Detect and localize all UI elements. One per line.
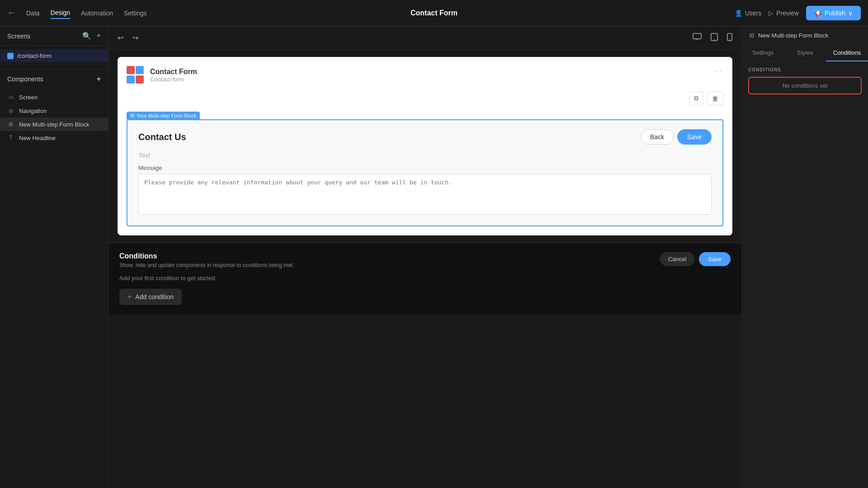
- delete-button[interactable]: 🗑: [707, 91, 723, 105]
- screen-dot: [7, 53, 14, 59]
- conditions-panel-desc: Show, hide and update components in resp…: [119, 262, 294, 268]
- conditions-panel-title: Conditions: [119, 252, 294, 260]
- conditions-prompt: Add your first condition to get started.: [119, 275, 731, 282]
- svg-point-4: [714, 39, 715, 40]
- tab-settings[interactable]: Settings: [124, 8, 147, 19]
- desktop-view-button[interactable]: [691, 31, 703, 45]
- sidebar-item-headline[interactable]: T New Headline: [0, 131, 108, 145]
- component-label: New Multi-step Form Block: [19, 121, 89, 128]
- tab-design[interactable]: Design: [51, 7, 71, 19]
- form-card-title: Contact Form: [150, 68, 197, 76]
- logo-bottom-left: [127, 75, 135, 84]
- logo-top-left: [127, 66, 135, 74]
- component-label: Navigation: [19, 108, 47, 114]
- form-card-menu[interactable]: ⋯: [714, 66, 723, 76]
- screens-header: Screens 🔍 +: [0, 26, 108, 46]
- redo-button[interactable]: ↪: [131, 32, 140, 44]
- preview-button[interactable]: ▷ Preview: [769, 9, 799, 17]
- users-label: Users: [745, 9, 762, 17]
- publish-button[interactable]: 📢 Publish ∨: [806, 6, 861, 20]
- sidebar-item-navigation[interactable]: ◎ Navigation: [0, 104, 108, 117]
- preview-icon: ▷: [769, 9, 774, 17]
- nav-left: ← Data Design Automation Settings: [7, 7, 147, 19]
- conditions-panel-header: Conditions Show, hide and update compone…: [119, 252, 731, 268]
- logo-top-right: [136, 66, 144, 74]
- publish-label: Publish: [825, 9, 845, 17]
- users-button[interactable]: 👤 Users: [735, 9, 762, 17]
- right-sidebar-icon: ⊞: [749, 32, 755, 39]
- rs-conditions-badge: No conditions set: [748, 77, 862, 94]
- screen-item-label: /contact-form: [17, 52, 52, 59]
- screen-item[interactable]: /contact-form: [0, 50, 108, 62]
- components-list: ▭ Screen ◎ Navigation ⊞ New Multi-step F…: [0, 89, 108, 146]
- right-sidebar: ⊞ New Multi-step Form Block Settings Sty…: [741, 26, 868, 488]
- toolbar-right: [691, 31, 734, 45]
- cancel-button[interactable]: Cancel: [660, 252, 694, 266]
- form-card: Contact Form Contact-form ⋯ ⧉ 🗑 ⊞ New Mu…: [118, 57, 732, 235]
- add-component-icon[interactable]: +: [97, 75, 101, 83]
- right-sidebar-header: ⊞ New Multi-step Form Block: [742, 26, 868, 45]
- form-preview-wrapper: Contact Form Contact-form ⋯ ⧉ 🗑 ⊞ New Mu…: [108, 50, 741, 243]
- screens-icons: 🔍 +: [82, 32, 101, 40]
- save-button[interactable]: Save: [677, 129, 712, 145]
- inner-form-title: Contact Us: [138, 132, 186, 142]
- screen-icon: ▭: [7, 94, 14, 101]
- back-button[interactable]: ←: [7, 8, 15, 18]
- svg-rect-0: [693, 33, 701, 39]
- conditions-panel-info: Conditions Show, hide and update compone…: [119, 252, 294, 268]
- logo-bottom-right: [136, 75, 144, 84]
- form-block-icon: ⊞: [7, 121, 14, 128]
- component-tag-icon: ⊞: [130, 113, 134, 118]
- component-tag: ⊞ New Multi-step Form Block: [127, 112, 200, 119]
- save-conditions-button[interactable]: Save: [699, 252, 731, 266]
- canvas-toolbar: ↩ ↪: [108, 26, 741, 50]
- right-sidebar-tabs: Settings Styles Conditions: [742, 45, 868, 62]
- preview-label: Preview: [776, 9, 799, 17]
- back-button[interactable]: Back: [641, 129, 674, 145]
- sidebar-item-multistep-form[interactable]: ⊞ New Multi-step Form Block: [0, 117, 108, 131]
- inner-form-header: Contact Us Back Save: [138, 129, 712, 145]
- add-condition-label: Add condition: [135, 293, 174, 300]
- tablet-view-button[interactable]: [709, 31, 720, 45]
- inner-form-buttons: Back Save: [641, 129, 712, 145]
- inner-form: Contact Us Back Save Text Message: [127, 119, 723, 226]
- headline-icon: T: [7, 134, 14, 141]
- tab-settings[interactable]: Settings: [742, 45, 784, 61]
- components-title: Components: [7, 75, 43, 83]
- mobile-view-button[interactable]: [725, 31, 734, 45]
- users-icon: 👤: [735, 9, 742, 17]
- top-nav: ← Data Design Automation Settings Contac…: [0, 0, 868, 26]
- publish-icon: 📢: [814, 9, 822, 17]
- screens-title: Screens: [7, 33, 30, 40]
- conditions-panel: Conditions Show, hide and update compone…: [108, 243, 741, 314]
- conditions-panel-actions: Cancel Save: [660, 252, 731, 266]
- right-sidebar-label: New Multi-step Form Block: [758, 32, 828, 39]
- sidebar-item-screen[interactable]: ▭ Screen: [0, 90, 108, 104]
- form-logo: [127, 66, 145, 84]
- text-placeholder: Text: [138, 152, 712, 159]
- rs-conditions-section: CONDITIONS No conditions set: [742, 62, 868, 100]
- add-screen-icon[interactable]: +: [97, 32, 101, 40]
- message-textarea[interactable]: [138, 174, 712, 215]
- canvas-area: ↩ ↪: [108, 26, 741, 488]
- search-icon[interactable]: 🔍: [82, 32, 91, 40]
- undo-button[interactable]: ↩: [116, 32, 125, 44]
- toolbar-left: ↩ ↪: [116, 32, 140, 44]
- tab-styles[interactable]: Styles: [784, 45, 826, 61]
- form-actions-bar: ⧉ 🗑: [127, 91, 723, 105]
- component-tag-wrapper: ⊞ New Multi-step Form Block: [127, 111, 200, 119]
- copy-button[interactable]: ⧉: [689, 91, 703, 105]
- component-label: New Headline: [19, 135, 56, 141]
- tab-automation[interactable]: Automation: [81, 8, 113, 19]
- left-sidebar: Screens 🔍 + /contact-form Components + ▭…: [0, 26, 108, 488]
- add-condition-button[interactable]: + Add condition: [119, 289, 182, 305]
- navigation-icon: ◎: [7, 107, 14, 114]
- no-conditions-text: No conditions set: [783, 82, 828, 89]
- form-card-header: Contact Form Contact-form ⋯: [127, 66, 723, 84]
- form-card-subtitle: Contact-form: [150, 76, 197, 83]
- tab-conditions[interactable]: Conditions: [826, 45, 868, 61]
- nav-right: 👤 Users ▷ Preview 📢 Publish ∨: [735, 6, 861, 20]
- message-label: Message: [138, 164, 712, 171]
- component-tag-label: New Multi-step Form Block: [137, 113, 196, 118]
- tab-data[interactable]: Data: [26, 8, 40, 19]
